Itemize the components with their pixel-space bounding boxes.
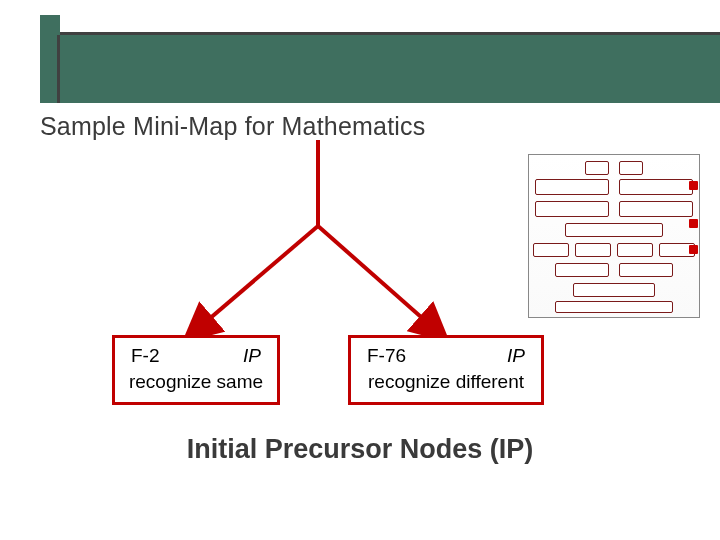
mini-map-thumbnail [528,154,700,318]
node-code: F-76 [367,344,406,368]
footer-title: Initial Precursor Nodes (IP) [0,434,720,465]
header-green-bar [40,35,720,103]
node-desc: recognize different [361,370,531,394]
header-square-accent [40,15,60,35]
node-desc: recognize same [125,370,267,394]
node-tag: IP [507,344,525,368]
slide-title: Sample Mini-Map for Mathematics [40,112,426,141]
node-f-76: F-76 IP recognize different [348,335,544,405]
header-vertical-rule [57,35,60,103]
node-code: F-2 [131,344,160,368]
slide: Sample Mini-Map for Mathematics F-2 IP [0,0,720,540]
node-f-2: F-2 IP recognize same [112,335,280,405]
header [0,0,720,103]
node-tag: IP [243,344,261,368]
